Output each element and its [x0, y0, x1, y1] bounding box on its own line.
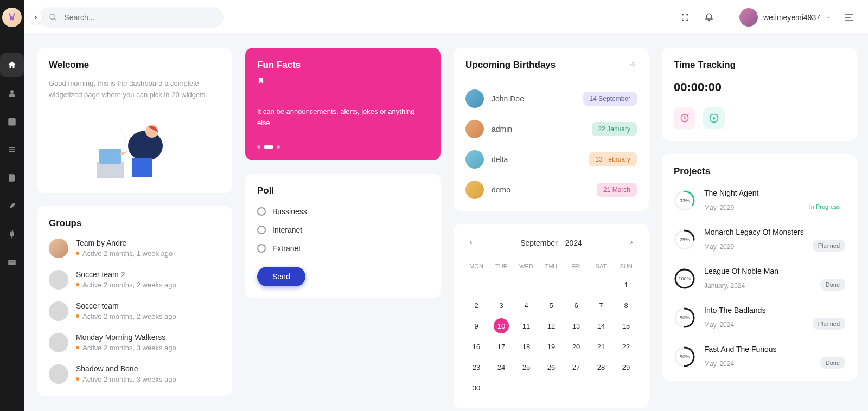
menu-toggle-button[interactable] — [843, 11, 855, 23]
search-box[interactable] — [39, 7, 224, 28]
nav-blog[interactable] — [0, 166, 24, 190]
project-percent: 50% — [680, 354, 690, 359]
calendar-day[interactable]: 13 — [569, 318, 584, 333]
projects-title: Projects — [674, 166, 845, 177]
time-play-button[interactable] — [703, 107, 725, 129]
calendar-empty — [593, 277, 609, 292]
calendar-day[interactable]: 9 — [469, 318, 484, 333]
svg-rect-2 — [99, 149, 121, 164]
project-item[interactable]: 50%Into The BadlandsMay, 2024Planned — [674, 306, 845, 330]
calendar-day[interactable]: 11 — [519, 318, 534, 333]
group-item[interactable]: Soccer team 2Active 2 months, 2 weeks ag… — [49, 270, 220, 290]
calendar-day[interactable]: 2 — [469, 298, 484, 313]
carousel-dot[interactable] — [264, 145, 273, 149]
nav-users[interactable] — [0, 81, 24, 105]
carousel-dot[interactable] — [277, 145, 280, 149]
search-icon — [49, 12, 58, 22]
project-status-badge: Done — [820, 357, 845, 369]
calendar-day[interactable]: 21 — [593, 339, 609, 354]
calendar-prev-button[interactable] — [465, 236, 476, 250]
birthday-item[interactable]: delta13 February — [465, 150, 637, 169]
calendar-next-button[interactable] — [626, 236, 637, 250]
time-reset-button[interactable] — [674, 107, 695, 129]
birthday-name: delta — [492, 155, 508, 164]
fullscreen-button[interactable] — [679, 11, 691, 23]
nav-mail[interactable] — [0, 251, 24, 274]
calendar-day[interactable]: 6 — [569, 298, 584, 313]
group-item[interactable]: Monday Morning WalkerssActive 2 months, … — [49, 333, 220, 352]
calendar-day[interactable]: 15 — [618, 318, 634, 333]
birthdays-card: Upcoming Birthdays John Doe14 Septembera… — [454, 48, 649, 211]
poll-option-label: Bussiness — [272, 207, 307, 216]
group-item[interactable]: Soccer teamActive 2 months, 2 weeks ago — [49, 301, 220, 321]
project-progress-ring: 25% — [674, 229, 695, 251]
calendar-day[interactable]: 25 — [519, 359, 534, 375]
calendar-day[interactable]: 22 — [618, 339, 634, 354]
projects-card: Projects 33%The Night AgentMay, 2029In P… — [662, 154, 857, 381]
calendar-day[interactable]: 26 — [544, 359, 559, 375]
nav-list[interactable] — [0, 138, 24, 162]
svg-rect-6 — [143, 158, 152, 177]
calendar-day[interactable]: 17 — [494, 339, 509, 354]
project-item[interactable]: 50%Fast And The FuriousMay, 2024Done — [674, 345, 845, 369]
project-item[interactable]: 25%Monarch Legacy Of MonstersMay, 2029Pl… — [674, 228, 845, 252]
poll-option[interactable]: Interanet — [257, 226, 429, 234]
nav-calendar[interactable] — [0, 110, 24, 133]
calendar-day[interactable]: 4 — [519, 298, 534, 313]
calendar-day[interactable]: 28 — [593, 359, 609, 375]
chevron-down-icon — [826, 15, 831, 20]
calendar-dow: SUN — [615, 260, 637, 273]
user-menu[interactable]: wetimeyemi4937 — [739, 8, 831, 27]
group-active-text: Active 2 months, 2 weeks ago — [76, 281, 176, 289]
notifications-button[interactable] — [703, 11, 715, 23]
nav-feather[interactable] — [0, 194, 24, 218]
calendar-day[interactable]: 20 — [569, 339, 584, 354]
carousel-dot[interactable] — [257, 145, 260, 149]
funfacts-title: Fun Facts — [257, 60, 429, 70]
calendar-day[interactable]: 18 — [519, 339, 534, 354]
calendar-day[interactable]: 8 — [618, 298, 634, 313]
project-date: January, 2024 — [704, 282, 745, 290]
calendar-day[interactable]: 14 — [593, 318, 609, 333]
nav-home[interactable] — [0, 53, 24, 77]
app-logo[interactable] — [2, 8, 22, 27]
poll-option[interactable]: Extranet — [257, 244, 429, 253]
calendar-day[interactable]: 24 — [494, 359, 509, 375]
birthday-item[interactable]: admin22 January — [465, 120, 637, 138]
move-icon[interactable] — [629, 61, 637, 69]
calendar-day[interactable]: 12 — [544, 318, 559, 333]
birthday-item[interactable]: demo21 March — [465, 181, 637, 199]
project-date: May, 2029 — [704, 204, 734, 211]
group-item[interactable]: Shadow and BoneActive 2 months, 3 weeks … — [49, 364, 220, 384]
group-avatar — [49, 270, 68, 290]
birthday-date: 13 February — [589, 152, 637, 166]
project-percent: 33% — [680, 198, 690, 203]
poll-send-button[interactable]: Send — [257, 267, 305, 286]
calendar-day[interactable]: 30 — [469, 380, 484, 395]
birthday-item[interactable]: John Doe14 September — [465, 89, 637, 108]
calendar-day[interactable]: 27 — [569, 359, 584, 375]
group-name: Soccer team 2 — [76, 270, 176, 279]
calendar-day[interactable]: 1 — [618, 277, 634, 292]
carousel-dots[interactable] — [257, 145, 429, 149]
calendar-day[interactable]: 19 — [544, 339, 559, 354]
nav-plug[interactable] — [0, 222, 24, 246]
project-item[interactable]: 33%The Night AgentMay, 2029In Progress — [674, 189, 845, 213]
calendar-day[interactable]: 3 — [494, 298, 509, 313]
time-tracking-title: Time Tracking — [674, 60, 845, 70]
search-input[interactable] — [64, 13, 214, 22]
calendar-day[interactable]: 29 — [618, 359, 634, 375]
calendar-day[interactable]: 16 — [469, 339, 484, 354]
calendar-day[interactable]: 10 — [494, 318, 509, 333]
project-item[interactable]: 100%League Of Noble ManJanuary, 2024Done — [674, 267, 845, 291]
group-item[interactable]: Team by AndreActive 2 months, 1 week ago — [49, 239, 220, 258]
project-date: May, 2029 — [704, 243, 734, 251]
calendar-day[interactable]: 7 — [593, 298, 609, 313]
calendar-day[interactable]: 23 — [469, 359, 484, 375]
calendar-dow: TUE — [490, 260, 512, 273]
birthday-date: 21 March — [597, 183, 637, 197]
poll-option[interactable]: Bussiness — [257, 207, 429, 216]
calendar-empty — [494, 277, 509, 292]
calendar-day[interactable]: 5 — [544, 298, 559, 313]
sidebar-expand-button[interactable] — [29, 11, 42, 24]
